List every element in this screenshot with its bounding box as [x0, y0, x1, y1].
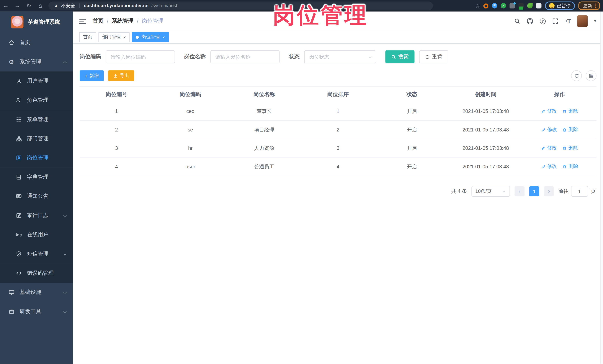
kebab-menu-icon[interactable] — [595, 3, 596, 4]
filter-post-code: 岗位编码 — [80, 50, 175, 63]
tags-view-bar: 首页 部门管理 × 岗位管理 × — [73, 31, 603, 44]
extension-icon-pin[interactable] — [492, 3, 497, 9]
caret-down-icon[interactable]: ▼ — [593, 19, 597, 23]
tab-home[interactable]: 首页 — [79, 32, 96, 42]
breadcrumb-system[interactable]: 系统管理 — [112, 18, 133, 24]
close-icon[interactable]: × — [162, 35, 165, 40]
search-form: 岗位编码 岗位名称 状态 — [80, 50, 596, 63]
chevron-down-icon — [502, 189, 506, 193]
current-page-button[interactable]: 1 — [529, 186, 539, 196]
back-icon[interactable]: ← — [0, 0, 12, 11]
extension-icon-gray[interactable] — [510, 3, 515, 9]
delete-link[interactable]: 删除 — [562, 126, 578, 133]
extension-icon-leaf[interactable] — [527, 3, 533, 9]
breadcrumb-home[interactable]: 首页 — [93, 18, 103, 24]
update-label: 更新 — [583, 2, 592, 9]
edit-link[interactable]: 修改 — [541, 126, 557, 133]
reload-icon[interactable]: ↻ — [23, 0, 35, 11]
col-post-name: 岗位名称 — [227, 91, 301, 98]
extensions-puzzle-icon[interactable] — [536, 3, 541, 9]
export-button[interactable]: 导出 — [108, 70, 134, 81]
extension-icon-gtr[interactable] — [518, 3, 524, 9]
refresh-button[interactable] — [571, 70, 582, 81]
app-logo[interactable]: 芋道管理系统 — [0, 11, 73, 33]
post-code-input[interactable] — [106, 50, 175, 63]
browser-window: 岗位管理 ← → ↻ ⌂ ▲ 不安全 dashboard.yudao.iocod… — [0, 0, 603, 364]
user-avatar[interactable] — [577, 15, 588, 27]
sidebar-item-posts[interactable]: 岗位管理 — [0, 148, 73, 168]
infrastructure-icon — [8, 289, 15, 296]
extension-icon-ring[interactable] — [484, 3, 488, 8]
column-settings-button[interactable] — [586, 70, 596, 81]
security-label: 不安全 — [61, 2, 75, 9]
delete-link[interactable]: 删除 — [562, 163, 578, 170]
sidebar-item-users[interactable]: 用户管理 — [0, 71, 73, 91]
sidebar-item-system[interactable]: ⚙ 系统管理 — [0, 52, 73, 72]
menu-list-icon — [15, 116, 22, 123]
edit-link[interactable]: 修改 — [541, 108, 557, 114]
forward-icon[interactable]: → — [12, 0, 23, 11]
chevron-up-icon — [63, 59, 67, 64]
logo-image — [11, 16, 23, 28]
sidebar-item-dev-tools[interactable]: 研发工具 — [0, 302, 73, 321]
extension-icon-check[interactable]: ✓ — [501, 3, 506, 9]
reset-button[interactable]: 重置 — [419, 50, 448, 63]
sidebar-item-roles[interactable]: 角色管理 — [0, 91, 73, 110]
fullscreen-icon[interactable] — [552, 18, 559, 24]
sidebar-item-infrastructure[interactable]: 基础设施 — [0, 283, 73, 302]
edit-link[interactable]: 修改 — [541, 163, 557, 170]
browser-actions: ☆ ✓ 已暂停 更新 — [475, 0, 600, 11]
page-scrollbar[interactable] — [600, 11, 603, 364]
address-bar[interactable]: ▲ 不安全 dashboard.yudao.iocoder.cn/system/… — [48, 1, 433, 10]
roles-icon — [15, 97, 22, 103]
sidebar-item-audit-log[interactable]: 审计日志 — [0, 206, 73, 225]
sidebar-item-menus[interactable]: 菜单管理 — [0, 110, 73, 129]
github-icon[interactable] — [527, 18, 533, 24]
status-select[interactable] — [304, 50, 376, 63]
search-icon[interactable] — [514, 18, 521, 24]
sidebar-item-announcements[interactable]: 通知公告 — [0, 187, 73, 206]
sidebar-item-dictionary[interactable]: 字典管理 — [0, 167, 73, 187]
page-size-select[interactable]: 10条/页 — [471, 186, 510, 197]
next-page-button[interactable] — [544, 186, 554, 196]
col-created: 创建时间 — [449, 91, 523, 98]
pagination: 共 4 条 10条/页 1 前往 页 — [80, 186, 596, 197]
address-divider — [79, 3, 80, 8]
bookmark-star-icon[interactable]: ☆ — [475, 3, 480, 9]
user-icon — [15, 78, 22, 84]
goto-page-input[interactable] — [571, 186, 588, 197]
status-select-input[interactable] — [304, 50, 376, 63]
hamburger-icon[interactable] — [79, 19, 86, 23]
chevron-down-icon — [63, 290, 67, 295]
tab-posts[interactable]: 岗位管理 × — [132, 32, 169, 42]
chevron-down-icon — [63, 252, 67, 256]
font-size-icon[interactable]: TT — [565, 18, 571, 24]
browser-update-button[interactable]: 更新 — [578, 1, 600, 10]
status-label: 状态 — [289, 53, 300, 60]
help-icon[interactable]: ? — [539, 18, 546, 24]
online-users-icon — [15, 232, 22, 238]
delete-link[interactable]: 删除 — [562, 108, 578, 114]
post-code-label: 岗位编码 — [80, 53, 101, 60]
filter-post-name: 岗位名称 — [184, 50, 280, 63]
profile-paused-chip[interactable]: 已暂停 — [545, 1, 575, 10]
sidebar-item-home[interactable]: 首页 — [0, 33, 73, 52]
sidebar-item-error-codes[interactable]: 错误码管理 — [0, 264, 73, 283]
app-frame: 芋道管理系统 首页 ⚙ 系统管理 用户管理 角色管理 菜单管理 — [0, 11, 603, 364]
col-status: 状态 — [375, 91, 449, 98]
page-content: 岗位编码 岗位名称 状态 — [73, 44, 603, 364]
close-icon[interactable]: × — [123, 35, 126, 40]
sidebar-item-departments[interactable]: 部门管理 — [0, 129, 73, 148]
sidebar-item-sms[interactable]: 短信管理 — [0, 244, 73, 264]
post-name-input[interactable] — [210, 50, 279, 63]
sidebar-item-online-users[interactable]: 在线用户 — [0, 225, 73, 244]
search-button[interactable]: 搜索 — [385, 50, 414, 63]
status-text: 开启 — [375, 126, 449, 133]
table-row: 3 hr 人力资源 3 开启 2021-01-05 17:03:48 修改 删除 — [80, 139, 596, 157]
home-icon[interactable]: ⌂ — [35, 0, 46, 11]
delete-link[interactable]: 删除 — [562, 145, 578, 151]
prev-page-button[interactable] — [514, 186, 524, 196]
edit-link[interactable]: 修改 — [541, 145, 557, 151]
tab-departments[interactable]: 部门管理 × — [98, 32, 130, 42]
add-button[interactable]: + 新增 — [80, 70, 104, 81]
